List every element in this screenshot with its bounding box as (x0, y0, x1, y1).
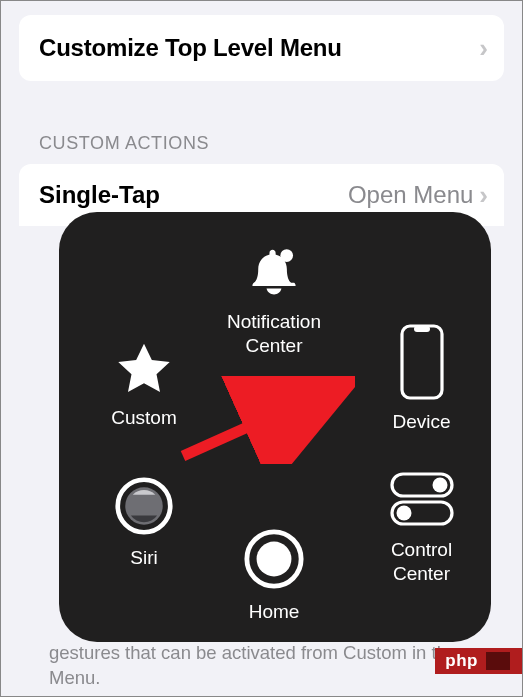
control-center-icon (388, 470, 456, 528)
customize-top-level-menu-row[interactable]: Customize Top Level Menu › (19, 15, 504, 81)
customize-top-level-title: Customize Top Level Menu (39, 34, 342, 62)
single-tap-label: Single-Tap (39, 181, 160, 209)
device-icon (400, 324, 444, 400)
custom-actions-header: CUSTOM ACTIONS (39, 133, 504, 154)
bell-icon (245, 242, 303, 300)
chevron-right-icon: › (479, 33, 488, 64)
menu-item-label: Notification Center (199, 310, 349, 358)
watermark-box-icon (486, 652, 510, 670)
menu-item-label: Siri (84, 546, 204, 570)
menu-item-device[interactable]: Device (369, 324, 474, 434)
menu-item-label: Home (219, 600, 329, 624)
watermark: php (435, 648, 522, 674)
svg-point-0 (280, 249, 293, 262)
svg-point-6 (432, 478, 447, 493)
menu-item-label: Control Center (359, 538, 484, 586)
chevron-right-icon: › (479, 180, 488, 211)
footer-help-text: gestures that can be activated from Cust… (49, 641, 474, 691)
siri-icon (114, 476, 174, 536)
menu-item-home[interactable]: Home (219, 528, 329, 624)
svg-rect-1 (402, 326, 442, 398)
home-button-icon (243, 528, 305, 590)
assistivetouch-menu: Notification Center Custom Device Siri (59, 212, 491, 642)
menu-item-notification-center[interactable]: Notification Center (199, 242, 349, 358)
star-icon (115, 342, 173, 396)
menu-item-control-center[interactable]: Control Center (359, 470, 484, 586)
svg-rect-2 (414, 326, 430, 332)
svg-point-10 (257, 542, 292, 577)
menu-item-custom[interactable]: Custom (84, 342, 204, 430)
menu-item-label: Custom (84, 406, 204, 430)
single-tap-value: Open Menu (348, 181, 473, 209)
menu-item-siri[interactable]: Siri (84, 476, 204, 570)
svg-point-8 (396, 506, 411, 521)
single-tap-value-group: Open Menu › (348, 180, 488, 211)
menu-item-label: Device (369, 410, 474, 434)
watermark-label: php (445, 651, 478, 671)
